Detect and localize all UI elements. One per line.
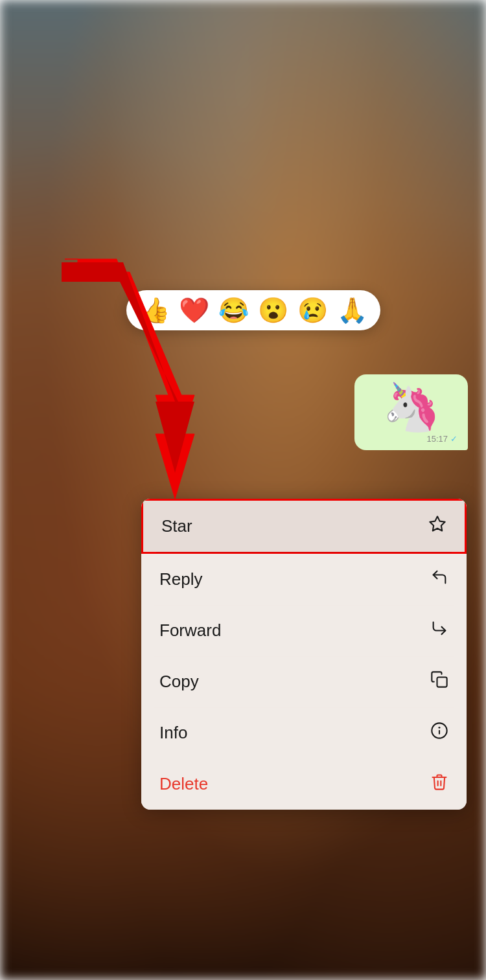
red-arrow-annotation (26, 253, 207, 538)
reaction-cry[interactable]: 😢 (297, 298, 328, 323)
menu-item-copy-label: Copy (159, 672, 199, 692)
message-emoji: 🦄 (365, 383, 457, 430)
reply-icon (430, 568, 448, 591)
star-icon (428, 515, 446, 538)
menu-item-forward[interactable]: Forward (141, 605, 467, 656)
menu-item-info[interactable]: Info (141, 707, 467, 758)
svg-marker-2 (430, 516, 445, 530)
menu-item-delete-label: Delete (159, 774, 208, 794)
reaction-wow[interactable]: 😮 (258, 298, 288, 323)
message-time: 15:17 (426, 434, 448, 444)
menu-item-info-label: Info (159, 723, 187, 743)
context-menu: Star Reply Forward Copy (141, 499, 467, 810)
info-icon (430, 722, 448, 744)
menu-item-reply-label: Reply (159, 569, 202, 589)
message-bubble: 🦄 15:17 ✓ (354, 374, 468, 450)
trash-icon (430, 773, 448, 795)
reaction-laugh[interactable]: 😂 (218, 298, 249, 323)
menu-item-forward-label: Forward (159, 621, 221, 641)
menu-item-delete[interactable]: Delete (141, 758, 467, 810)
reaction-pray[interactable]: 🙏 (337, 298, 367, 323)
menu-item-reply[interactable]: Reply (141, 554, 467, 605)
message-checkmark: ✓ (450, 434, 457, 444)
svg-rect-3 (437, 678, 447, 687)
forward-icon (430, 619, 448, 642)
copy-icon (430, 670, 448, 693)
menu-item-copy[interactable]: Copy (141, 656, 467, 707)
